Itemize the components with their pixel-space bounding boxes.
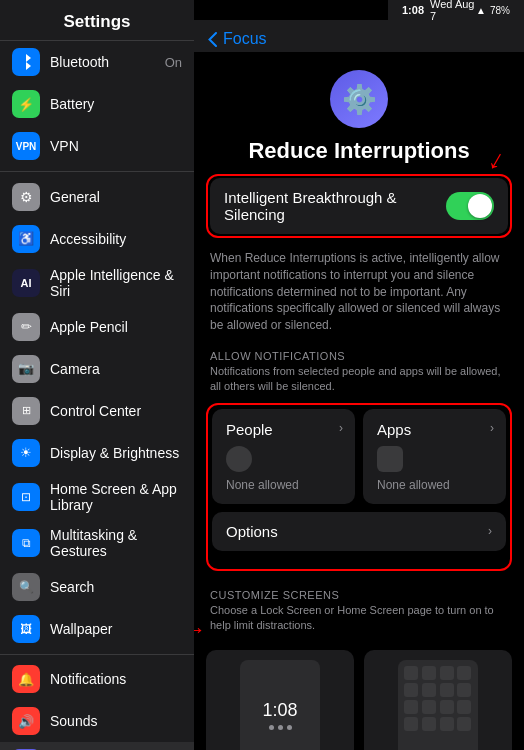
sidebar-icon-multitasking: ⧉ xyxy=(12,529,40,557)
apps-sub: None allowed xyxy=(377,478,492,492)
sidebar-item-home-screen[interactable]: ⊡Home Screen & App Library xyxy=(0,474,194,520)
sidebar-icon-camera: 📷 xyxy=(12,355,40,383)
sidebar: Settings BluetoothOn⚡BatteryVPNVPN⚙Gener… xyxy=(0,0,194,750)
sidebar-label-vpn: VPN xyxy=(50,138,182,154)
intelligent-card-outline: Intelligent Breakthrough & Silencing xyxy=(206,174,512,238)
sidebar-item-search[interactable]: 🔍Search xyxy=(0,566,194,608)
sidebar-label-battery: Battery xyxy=(50,96,182,112)
people-sub: None allowed xyxy=(226,478,341,492)
sidebar-label-general: General xyxy=(50,189,182,205)
sidebar-icon-search: 🔍 xyxy=(12,573,40,601)
sidebar-value-bluetooth: On xyxy=(165,55,182,70)
sidebar-item-general[interactable]: ⚙General xyxy=(0,176,194,218)
home-icon-3 xyxy=(457,666,471,680)
page-title: Reduce Interruptions xyxy=(248,138,469,164)
home-icon-11 xyxy=(457,700,471,714)
options-chevron-icon: › xyxy=(488,524,492,538)
back-chevron-icon xyxy=(208,32,217,47)
main-content: 1:08 Wed Aug 7 ▲ 78% Focus ⚙️ Reduce Int… xyxy=(194,0,524,750)
sidebar-item-battery[interactable]: ⚡Battery xyxy=(0,83,194,125)
sidebar-label-display: Display & Brightness xyxy=(50,445,182,461)
sidebar-icon-sounds: 🔊 xyxy=(12,707,40,735)
home-icon-1 xyxy=(422,666,436,680)
customize-header: CUSTOMIZE SCREENS xyxy=(206,579,512,603)
sidebar-label-camera: Camera xyxy=(50,361,182,377)
people-card[interactable]: People None allowed › xyxy=(212,409,355,504)
sidebar-icon-apple-pencil: ✏ xyxy=(12,313,40,341)
sidebar-item-bluetooth[interactable]: BluetoothOn xyxy=(0,41,194,83)
people-apps-grid: People None allowed › Apps None allowed … xyxy=(212,409,506,504)
sidebar-icon-general: ⚙ xyxy=(12,183,40,211)
sidebar-item-display[interactable]: ☀Display & Brightness xyxy=(0,432,194,474)
people-content xyxy=(226,446,341,476)
sidebar-title: Settings xyxy=(0,0,194,41)
sidebar-item-control-center[interactable]: ⊞Control Center xyxy=(0,390,194,432)
sidebar-item-camera[interactable]: 📷Camera xyxy=(0,348,194,390)
options-label: Options xyxy=(226,523,488,540)
apps-card[interactable]: Apps None allowed › xyxy=(363,409,506,504)
sidebar-label-wallpaper: Wallpaper xyxy=(50,621,182,637)
status-bar: 1:08 Wed Aug 7 ▲ 78% xyxy=(388,0,524,20)
home-icons-grid xyxy=(398,660,478,737)
status-time: 1:08 xyxy=(402,4,424,16)
apps-content xyxy=(377,446,492,476)
sidebar-icon-home-screen: ⊡ xyxy=(12,483,40,511)
sidebar-item-apple-pencil[interactable]: ✏Apple Pencil xyxy=(0,306,194,348)
home-icon-8 xyxy=(404,700,418,714)
intelligent-toggle-row[interactable]: Intelligent Breakthrough & Silencing xyxy=(210,178,508,234)
sidebar-label-bluetooth: Bluetooth xyxy=(50,54,165,70)
home-icon-13 xyxy=(422,717,436,731)
focus-emoji: ⚙️ xyxy=(342,83,377,116)
home-icon-10 xyxy=(440,700,454,714)
apps-chevron-icon: › xyxy=(490,421,494,435)
people-label: People xyxy=(226,421,341,438)
sidebar-icon-vpn: VPN xyxy=(12,132,40,160)
home-icon-6 xyxy=(440,683,454,697)
lock-screen-time: 1:08 xyxy=(262,700,297,721)
sidebar-divider2 xyxy=(0,654,194,655)
sidebar-divider1 xyxy=(0,171,194,172)
sidebar-icon-wallpaper: 🖼 xyxy=(12,615,40,643)
lock-screen-card[interactable]: 1:08 Choose xyxy=(206,650,354,750)
back-button[interactable]: Focus xyxy=(208,30,267,48)
home-icon-0 xyxy=(404,666,418,680)
battery-percent: 78% xyxy=(490,5,510,16)
home-icon-2 xyxy=(440,666,454,680)
sidebar-item-sounds[interactable]: 🔊Sounds xyxy=(0,700,194,742)
status-date: Wed Aug 7 xyxy=(430,0,476,22)
sidebar-item-focus[interactable]: 🌙Focus xyxy=(0,742,194,750)
app-icon-placeholder xyxy=(377,446,403,472)
sidebar-item-wallpaper[interactable]: 🖼Wallpaper xyxy=(0,608,194,650)
sidebar-item-multitasking[interactable]: ⧉Multitasking & Gestures xyxy=(0,520,194,566)
home-icon-5 xyxy=(422,683,436,697)
sidebar-label-search: Search xyxy=(50,579,182,595)
sidebar-label-apple-intelligence: Apple Intelligence & Siri xyxy=(50,267,182,299)
sidebar-label-multitasking: Multitasking & Gestures xyxy=(50,527,182,559)
home-icon-4 xyxy=(404,683,418,697)
sidebar-icon-control-center: ⊞ xyxy=(12,397,40,425)
sidebar-label-sounds: Sounds xyxy=(50,713,182,729)
sidebar-label-control-center: Control Center xyxy=(50,403,182,419)
page-content: ⚙️ Reduce Interruptions ↓ Intelligent Br… xyxy=(194,52,524,750)
home-screen-preview xyxy=(398,660,478,750)
toggle-knob xyxy=(468,194,492,218)
customize-desc: Choose a Lock Screen or Home Screen page… xyxy=(206,603,512,642)
dot3 xyxy=(287,725,292,730)
options-row[interactable]: Options › xyxy=(212,512,506,551)
sidebar-item-apple-intelligence[interactable]: AIApple Intelligence & Siri xyxy=(0,260,194,306)
home-icon-14 xyxy=(440,717,454,731)
status-icons: ▲ 78% xyxy=(476,5,510,16)
people-apps-outline: People None allowed › Apps None allowed … xyxy=(206,403,512,571)
home-screen-card[interactable]: Choose xyxy=(364,650,512,750)
sidebar-item-accessibility[interactable]: ♿Accessibility xyxy=(0,218,194,260)
sidebar-item-notifications[interactable]: 🔔Notifications xyxy=(0,658,194,700)
sidebar-label-apple-pencil: Apple Pencil xyxy=(50,319,182,335)
intelligent-desc: When Reduce Interruptions is active, int… xyxy=(206,244,512,340)
sidebar-item-vpn[interactable]: VPNVPN xyxy=(0,125,194,167)
intelligent-toggle[interactable] xyxy=(446,192,494,220)
lock-dots xyxy=(269,725,292,730)
intelligent-label: Intelligent Breakthrough & Silencing xyxy=(224,189,446,223)
back-label: Focus xyxy=(223,30,267,48)
intelligent-card: Intelligent Breakthrough & Silencing xyxy=(210,178,508,234)
home-icon-7 xyxy=(457,683,471,697)
